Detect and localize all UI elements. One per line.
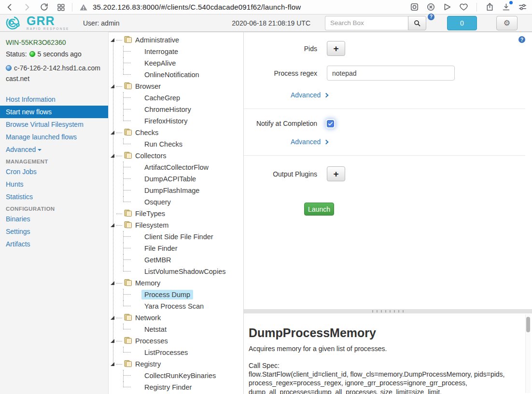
launch-button[interactable]: Launch <box>304 203 334 216</box>
tree-connector <box>116 225 122 226</box>
tree-node-registry[interactable]: Registry <box>109 358 243 370</box>
tree-expander-icon[interactable] <box>111 339 114 343</box>
tree-node-administrative[interactable]: Administrative <box>109 34 243 46</box>
tree-node-client-side-file-finder[interactable]: Client Side File Finder <box>109 231 243 243</box>
tab-grid-icon[interactable] <box>56 3 65 12</box>
tree-node-cachegrep[interactable]: CacheGrep <box>109 92 243 104</box>
tree-connector <box>123 69 133 81</box>
caret-down-icon <box>38 149 42 151</box>
sidebar-item-browse-virtual-filesystem[interactable]: Browse Virtual Filesystem <box>0 118 108 131</box>
tree-node-getmbr[interactable]: GetMBR <box>109 254 243 266</box>
add-pid-button[interactable]: + <box>327 41 345 56</box>
tree-node-registry-finder[interactable]: Registry Finder <box>109 381 243 393</box>
tree-node-network[interactable]: Network <box>109 312 243 324</box>
grr-logo[interactable]: GRR RAPID RESPONSE <box>5 15 83 31</box>
tree-expander-icon[interactable] <box>111 84 114 88</box>
tree-expander-icon[interactable] <box>111 362 114 366</box>
tree-node-chromehistory[interactable]: ChromeHistory <box>109 104 243 115</box>
screenshot-icon[interactable] <box>410 2 419 12</box>
add-output-plugin-button[interactable]: + <box>327 166 345 181</box>
doc-scrollbar[interactable] <box>525 314 531 393</box>
advanced-label: Advanced <box>291 138 321 146</box>
sidebar-section-management: MANAGEMENT <box>0 156 108 165</box>
tree-node-filetypes[interactable]: FileTypes <box>109 208 243 219</box>
tune-icon[interactable] <box>518 2 527 12</box>
advanced-toggle-2[interactable]: Advanced <box>291 138 344 146</box>
tree-connector <box>123 46 133 57</box>
tree-node-file-finder[interactable]: File Finder <box>109 243 243 254</box>
send-icon[interactable] <box>443 2 452 12</box>
tree-node-checks[interactable]: Checks <box>109 127 243 138</box>
tree-expander-icon[interactable] <box>111 38 114 42</box>
tree-connector <box>116 283 122 284</box>
tree-expander-icon[interactable] <box>111 316 114 320</box>
tree-connector <box>123 289 133 300</box>
tree-node-run-checks[interactable]: Run Checks <box>109 138 243 150</box>
sidebar-item-manage-launched-flows[interactable]: Manage launched flows <box>0 131 108 143</box>
sidebar-item-hunts[interactable]: Hunts <box>0 178 108 190</box>
process-regex-input[interactable] <box>327 66 455 81</box>
tree-node-browser[interactable]: Browser <box>109 81 243 92</box>
sidebar-item-cron-jobs[interactable]: Cron Jobs <box>0 165 108 178</box>
search-button[interactable] <box>408 16 426 30</box>
tree-connector <box>123 196 133 208</box>
tree-node-firefoxhistory[interactable]: FirefoxHistory <box>109 115 243 127</box>
advanced-toggle[interactable]: Advanced <box>291 91 344 99</box>
tree-node-keepalive[interactable]: KeepAlive <box>109 57 243 69</box>
tree-node-dumpflashimage[interactable]: DumpFlashImage <box>109 185 243 196</box>
tree-node-yara-process-scan[interactable]: Yara Process Scan <box>109 300 243 312</box>
tree-connector <box>116 214 122 214</box>
tree-leaf-label: Interrogate <box>141 47 181 56</box>
tree-expander-icon[interactable] <box>111 281 114 285</box>
tree-node-process-dump[interactable]: Process Dump <box>109 289 243 300</box>
sidebar: WIN-55KR3O62360 Status: 5 seconds ago c-… <box>0 32 109 394</box>
sidebar-item-settings[interactable]: Settings <box>0 225 108 238</box>
tree-node-interrogate[interactable]: Interrogate <box>109 46 243 57</box>
tree-node-filesystem[interactable]: Filesystem <box>109 219 243 231</box>
sidebar-item-artifacts[interactable]: Artifacts <box>0 238 108 250</box>
tree-node-dumpacpitable[interactable]: DumpACPITable <box>109 173 243 185</box>
settings-gear-button[interactable]: ⚙ <box>496 16 518 30</box>
tree-node-memory[interactable]: Memory <box>109 277 243 289</box>
doc-scrollbar-thumb[interactable] <box>526 317 530 332</box>
tree-connector <box>123 162 133 173</box>
panel-splitter-handle[interactable] <box>244 309 532 313</box>
block-icon[interactable] <box>426 2 435 12</box>
downloads-icon[interactable] <box>502 2 511 12</box>
url-bar[interactable]: 35.202.126.83:8000/#/clients/C.540cdacad… <box>93 3 301 11</box>
tree-node-osquery[interactable]: Osquery <box>109 196 243 208</box>
sidebar-item-advanced[interactable]: Advanced <box>0 143 108 156</box>
status-online-icon <box>29 51 35 57</box>
notifications-button[interactable]: 0 <box>447 16 477 30</box>
tree-node-listvolumeshadowcopies[interactable]: ListVolumeShadowCopies <box>109 266 243 277</box>
tree-node-processes[interactable]: Processes <box>109 335 243 347</box>
share-icon[interactable] <box>485 2 494 12</box>
tree-node-listprocesses[interactable]: ListProcesses <box>109 347 243 358</box>
tree-node-collectors[interactable]: Collectors <box>109 150 243 162</box>
favorite-icon[interactable] <box>459 2 468 12</box>
back-icon[interactable] <box>5 2 14 12</box>
tree-connector <box>123 243 133 254</box>
tree-node-netstat[interactable]: Netstat <box>109 324 243 335</box>
sidebar-item-start-new-flows[interactable]: Start new flows <box>0 106 108 118</box>
search-input[interactable] <box>325 16 408 30</box>
tree-node-collectrunkeybinaries[interactable]: CollectRunKeyBinaries <box>109 370 243 381</box>
folder-icon <box>124 221 132 229</box>
forward-icon[interactable] <box>22 2 32 12</box>
sidebar-item-host-information[interactable]: Host Information <box>0 93 108 106</box>
client-name[interactable]: WIN-55KR3O62360 <box>6 39 102 46</box>
reload-icon[interactable] <box>40 2 49 12</box>
sidebar-item-binaries[interactable]: Binaries <box>0 213 108 225</box>
tree-expander-icon[interactable] <box>111 223 114 227</box>
search-help-icon[interactable]: ? <box>428 14 434 20</box>
tree-expander-icon[interactable] <box>111 154 114 158</box>
tree-expander-icon[interactable] <box>111 131 114 135</box>
sidebar-item-statistics[interactable]: Statistics <box>0 190 108 203</box>
site-warning-icon[interactable] <box>79 3 88 12</box>
notify-checkbox[interactable] <box>327 120 334 127</box>
form-help-icon[interactable]: ? <box>518 36 525 43</box>
tree-connector <box>123 138 133 150</box>
tree-node-onlinenotification[interactable]: OnlineNotification <box>109 69 243 81</box>
tree-connector <box>123 231 133 243</box>
tree-node-artifactcollectorflow[interactable]: ArtifactCollectorFlow <box>109 162 243 173</box>
